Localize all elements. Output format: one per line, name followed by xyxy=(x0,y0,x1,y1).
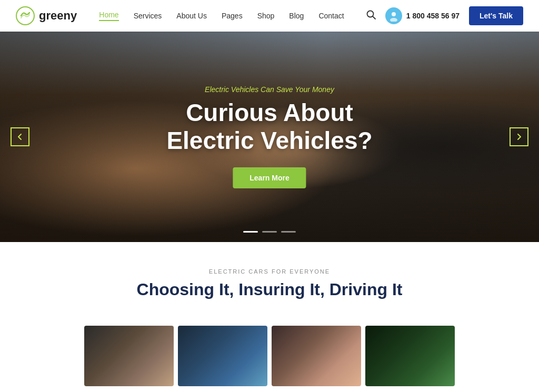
hero-content: Electric Vehicles Can Save Your Money Cu… xyxy=(166,85,372,188)
section-subtitle: ELECTRIC CARS FOR EVERYONE xyxy=(16,268,523,275)
hero-dot-3[interactable] xyxy=(281,231,296,233)
hero-prev-button[interactable] xyxy=(11,127,29,146)
lets-talk-button[interactable]: Let's Talk xyxy=(469,6,523,25)
section-cards: ELECTRIC CARS FOR EVERYONE Choosing It, … xyxy=(0,242,539,326)
card-image-3 xyxy=(272,326,361,386)
header: greeny Home Services About Us Pages Shop… xyxy=(0,0,539,32)
card-2[interactable] xyxy=(178,326,267,386)
card-image-2 xyxy=(178,326,267,386)
hero-learn-button[interactable]: Learn More xyxy=(233,167,306,188)
card-3[interactable] xyxy=(272,326,361,386)
cards-row xyxy=(0,326,539,386)
nav-item-services[interactable]: Services xyxy=(134,12,162,20)
hero-subtitle: Electric Vehicles Can Save Your Money xyxy=(166,85,372,94)
logo-text: greeny xyxy=(39,9,77,23)
svg-point-4 xyxy=(390,18,397,22)
card-image-1 xyxy=(84,326,174,386)
card-4[interactable] xyxy=(365,326,455,386)
nav-item-blog[interactable]: Blog xyxy=(289,12,304,20)
logo[interactable]: greeny xyxy=(16,6,77,25)
avatar xyxy=(385,7,402,24)
card-1[interactable] xyxy=(84,326,174,386)
hero-title: Curious About Electric Vehicles? xyxy=(166,99,372,155)
hero-dot-2[interactable] xyxy=(262,231,277,233)
nav-item-home[interactable]: Home xyxy=(99,11,118,21)
section-title: Choosing It, Insuring It, Driving It xyxy=(16,280,523,299)
nav-item-about[interactable]: About Us xyxy=(176,12,207,20)
card-image-4 xyxy=(365,326,455,386)
svg-line-2 xyxy=(373,16,375,19)
header-right: 1 800 458 56 97 Let's Talk xyxy=(366,6,523,25)
nav-item-pages[interactable]: Pages xyxy=(222,12,243,20)
nav-item-contact[interactable]: Contact xyxy=(318,12,344,20)
hero-dot-1[interactable] xyxy=(243,231,258,233)
search-button[interactable] xyxy=(366,10,376,22)
hero-section: Electric Vehicles Can Save Your Money Cu… xyxy=(0,32,539,242)
svg-point-3 xyxy=(392,12,396,16)
main-nav: Home Services About Us Pages Shop Blog C… xyxy=(99,11,344,21)
phone-number: 1 800 458 56 97 xyxy=(406,12,460,20)
hero-dots xyxy=(243,231,296,233)
phone-wrapper: 1 800 458 56 97 xyxy=(385,7,460,24)
hero-next-button[interactable] xyxy=(510,127,528,146)
nav-item-shop[interactable]: Shop xyxy=(257,12,275,20)
